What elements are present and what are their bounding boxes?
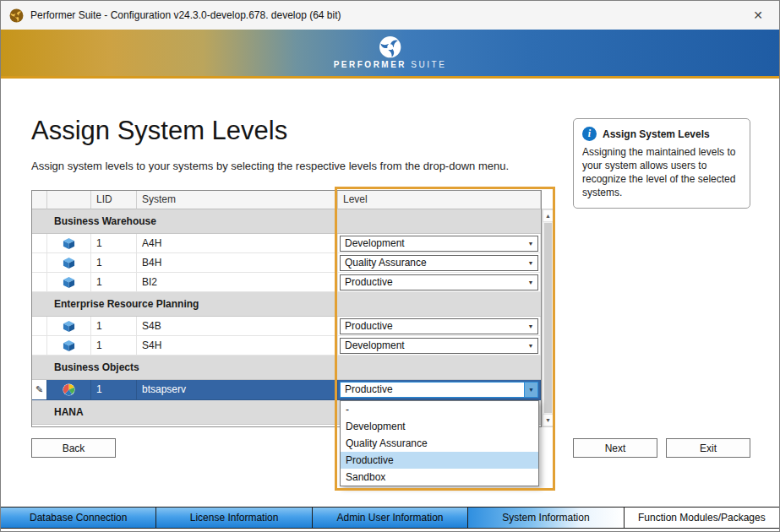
lid-cell: 1 xyxy=(91,273,137,292)
table-row-a4h[interactable]: 1 A4H Development ▼ xyxy=(32,234,541,253)
row-header-cell[interactable] xyxy=(32,253,47,273)
level-combobox-value: Development xyxy=(341,339,524,353)
chevron-down-icon[interactable]: ▼ xyxy=(524,339,537,353)
scroll-up-icon[interactable]: ▲ xyxy=(543,209,554,222)
wizard-tab-system-information[interactable]: System Information xyxy=(468,508,624,528)
dropdown-option-blank[interactable]: - xyxy=(341,401,538,418)
group-label: HANA xyxy=(54,406,84,418)
wizard-tab-admin-user-information[interactable]: Admin User Information xyxy=(313,508,468,528)
column-header-level[interactable]: Level xyxy=(338,191,541,209)
info-box: i Assign System Levels Assigning the mai… xyxy=(573,118,750,209)
system-cell: B4H xyxy=(137,253,338,273)
title-bar: Performer Suite - Configuration v24.3.0-… xyxy=(1,1,779,30)
dropdown-option-quality-assurance[interactable]: Quality Assurance xyxy=(341,435,538,452)
table-row-btsapserv-selected[interactable]: ✎ 1 btsapserv Productive ▼ xyxy=(32,380,541,400)
chevron-down-icon[interactable]: ▼ xyxy=(524,236,537,251)
group-row-erp[interactable]: Enterprise Resource Planning xyxy=(32,292,541,317)
close-icon[interactable]: ✕ xyxy=(745,3,771,27)
app-window: Performer Suite - Configuration v24.3.0-… xyxy=(0,0,780,532)
column-header-blank xyxy=(32,191,47,209)
chevron-down-icon[interactable]: ▼ xyxy=(524,275,537,290)
exit-button[interactable]: Exit xyxy=(666,438,750,458)
brand-text: PERFORMER SUITE xyxy=(334,60,447,69)
level-combobox-value: Productive xyxy=(341,383,524,397)
next-button[interactable]: Next xyxy=(573,438,657,458)
lid-cell: 1 xyxy=(91,234,137,253)
group-label: Enterprise Resource Planning xyxy=(54,298,199,310)
chevron-down-icon[interactable]: ▼ xyxy=(524,319,537,334)
page-subtitle: Assign system levels to your systems by … xyxy=(31,160,509,172)
lid-cell: 1 xyxy=(91,380,137,400)
lid-cell: 1 xyxy=(91,317,137,336)
dropdown-option-sandbox[interactable]: Sandbox xyxy=(341,469,538,486)
level-combobox-open[interactable]: Productive ▼ xyxy=(340,382,538,398)
wizard-tab-license-information[interactable]: License Information xyxy=(156,508,312,528)
table-row-b4h[interactable]: 1 B4H Quality Assurance ▼ xyxy=(32,253,541,273)
business-objects-icon xyxy=(63,383,75,396)
systems-table: LID System Level Business Warehouse 1 A4… xyxy=(31,190,542,427)
lid-cell: 1 xyxy=(91,336,137,356)
wizard-tab-database-connection[interactable]: Database Connection xyxy=(1,508,156,528)
level-combobox[interactable]: Development ▼ xyxy=(340,236,538,252)
level-dropdown-list: - Development Quality Assurance Producti… xyxy=(340,400,539,486)
column-header-lid[interactable]: LID xyxy=(91,191,137,209)
sap-system-icon xyxy=(63,320,75,333)
info-box-body: Assigning the maintained levels to your … xyxy=(582,146,741,200)
vertical-scrollbar[interactable]: ▲ ▼ xyxy=(542,209,554,427)
window-title: Performer Suite - Configuration v24.3.0-… xyxy=(30,9,341,21)
sap-system-icon xyxy=(63,276,75,289)
chevron-down-icon[interactable]: ▼ xyxy=(524,383,537,397)
dropdown-option-productive[interactable]: Productive xyxy=(341,452,538,469)
system-cell: btsapserv xyxy=(137,380,338,400)
level-combobox[interactable]: Productive ▼ xyxy=(340,318,538,334)
edit-pencil-icon: ✎ xyxy=(32,380,47,400)
group-row-business-warehouse[interactable]: Business Warehouse xyxy=(32,209,541,234)
system-cell: S4H xyxy=(137,336,338,356)
chevron-down-icon[interactable]: ▼ xyxy=(524,256,537,270)
level-combobox-value: Productive xyxy=(341,275,524,290)
scrollbar-thumb[interactable] xyxy=(544,223,552,413)
page-title: Assign System Levels xyxy=(31,116,287,146)
lid-cell: 1 xyxy=(91,253,137,273)
info-box-title: Assign System Levels xyxy=(603,128,710,140)
row-header-cell[interactable] xyxy=(32,273,47,292)
row-header-cell[interactable] xyxy=(32,317,47,336)
performer-logo: PERFORMER SUITE xyxy=(334,35,447,69)
column-header-icon xyxy=(47,191,91,209)
row-header-cell[interactable] xyxy=(32,234,47,253)
level-combobox[interactable]: Development ▼ xyxy=(340,338,538,354)
sap-system-icon xyxy=(63,237,75,250)
level-combobox-value: Development xyxy=(341,236,524,251)
table-row-s4h[interactable]: 1 S4H Development ▼ xyxy=(32,336,541,356)
back-button[interactable]: Back xyxy=(31,438,116,458)
app-icon xyxy=(9,8,24,23)
brand-light: SUITE xyxy=(411,60,446,69)
level-combobox-value: Quality Assurance xyxy=(341,256,524,270)
system-cell: BI2 xyxy=(137,273,338,292)
brand-bold: PERFORMER xyxy=(334,60,406,69)
header-banner: PERFORMER SUITE xyxy=(1,30,779,79)
level-combobox-value: Productive xyxy=(341,319,524,334)
system-cell: A4H xyxy=(137,234,338,253)
sap-system-icon xyxy=(63,339,75,352)
performer-logo-icon xyxy=(379,35,401,58)
dropdown-option-development[interactable]: Development xyxy=(341,418,538,435)
system-cell: S4B xyxy=(137,317,338,336)
wizard-tab-function-modules-packages[interactable]: Function Modules/Packages xyxy=(625,508,779,528)
level-combobox[interactable]: Productive ▼ xyxy=(340,274,538,290)
row-header-cell[interactable] xyxy=(32,336,47,356)
table-header-row: LID System Level xyxy=(32,191,541,209)
wizard-step-bar: Database Connection License Information … xyxy=(1,507,779,529)
level-combobox[interactable]: Quality Assurance ▼ xyxy=(340,255,538,271)
scroll-down-icon[interactable]: ▼ xyxy=(543,414,554,426)
table-row-s4b[interactable]: 1 S4B Productive ▼ xyxy=(32,317,541,336)
group-label: Business Objects xyxy=(54,361,139,373)
sap-system-icon xyxy=(63,257,75,269)
column-header-system[interactable]: System xyxy=(137,191,338,209)
info-icon: i xyxy=(582,127,597,141)
table-row-bi2[interactable]: 1 BI2 Productive ▼ xyxy=(32,273,541,292)
group-row-business-objects[interactable]: Business Objects xyxy=(32,356,541,380)
group-label: Business Warehouse xyxy=(54,215,156,227)
